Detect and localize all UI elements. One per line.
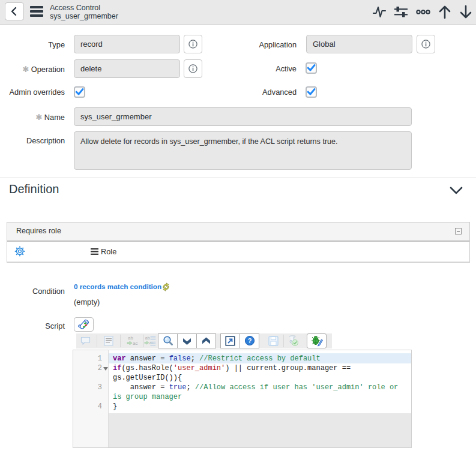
svg-text:ab: ab (145, 336, 150, 340)
svg-text:?: ? (248, 337, 252, 344)
svg-text:ab: ab (128, 335, 133, 341)
svg-text:ac: ac (133, 341, 137, 346)
svg-text:ac: ac (149, 341, 154, 345)
